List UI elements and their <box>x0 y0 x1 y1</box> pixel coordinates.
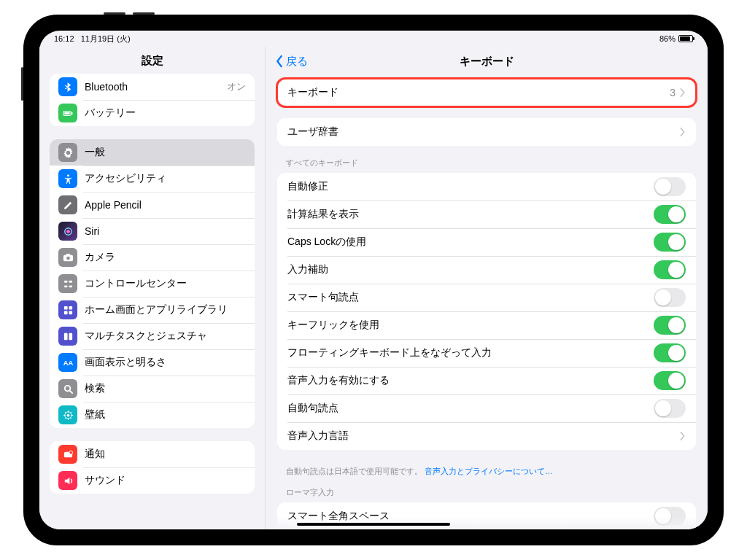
detail-title: キーボード <box>266 55 708 69</box>
sidebar-item-label: Siri <box>85 225 246 237</box>
gear-icon <box>58 143 77 162</box>
toggle-switch[interactable] <box>654 233 686 252</box>
svg-text:AA: AA <box>63 359 73 367</box>
chevron-right-icon <box>680 88 686 97</box>
sidebar-item-label: 一般 <box>85 146 246 159</box>
userdict-row[interactable]: ユーザ辞書 <box>277 118 696 146</box>
all-keyboards-header: すべてのキーボード <box>277 158 696 173</box>
sidebar-item-pencil[interactable]: Apple Pencil <box>50 192 255 218</box>
smart-fullwidth-space-label: スマート全角スペース <box>287 510 654 523</box>
sidebar-item-label: ホーム画面とアプリライブラリ <box>85 303 246 316</box>
back-button[interactable]: 戻る <box>274 55 308 69</box>
volume-down-button[interactable] <box>133 12 155 15</box>
svg-rect-15 <box>63 311 67 314</box>
sidebar-item-home[interactable]: ホーム画面とアプリライブラリ <box>50 297 255 323</box>
toggle-row[interactable]: スマート句読点 <box>277 284 696 311</box>
sidebar-item-label: バッテリー <box>85 106 246 120</box>
home-icon <box>58 300 77 319</box>
sidebar-item-label: 通知 <box>85 448 246 461</box>
sidebar-item-wallpaper[interactable]: 壁紙 <box>50 402 255 428</box>
sidebar-item-label: コントロールセンター <box>85 277 246 290</box>
toggle-row[interactable]: 音声入力を有効にする <box>277 367 696 394</box>
sidebar-item-bluetooth[interactable]: Bluetoothオン <box>50 74 255 100</box>
battery-percent: 86% <box>659 34 676 43</box>
toggle-label: フローティングキーボード上をなぞって入力 <box>287 346 654 359</box>
toggle-label: キーフリックを使用 <box>287 319 654 332</box>
toggle-switch[interactable] <box>654 288 686 307</box>
detail-pane: 戻る キーボード キーボード 3 ユーザ辞書 <box>266 47 708 529</box>
sidebar-scroll[interactable]: Bluetoothオンバッテリー一般アクセシビリティApple PencilSi… <box>39 74 265 529</box>
dictation-language-row[interactable]: 音声入力言語 <box>277 422 696 450</box>
privacy-link[interactable]: 音声入力とプライバシーについて… <box>425 467 553 475</box>
toggle-switch[interactable] <box>654 399 686 418</box>
svg-rect-2 <box>64 112 70 114</box>
volume-up-button[interactable] <box>104 12 125 15</box>
toggle-label: 計算結果を表示 <box>287 208 654 221</box>
sidebar-item-multitask[interactable]: マルチタスクとジェスチャ <box>50 323 255 349</box>
sidebar-group: Bluetoothオンバッテリー <box>50 74 255 126</box>
sidebar-item-label: アクセシビリティ <box>85 172 246 185</box>
power-button[interactable] <box>21 67 23 101</box>
sidebar-title: 設定 <box>39 47 265 74</box>
detail-navbar: 戻る キーボード <box>266 47 708 76</box>
sidebar-item-notif[interactable]: 通知 <box>50 441 255 467</box>
smart-fullwidth-space-toggle[interactable] <box>654 507 686 526</box>
footer-text: 自動句読点は日本語で使用可能です。 <box>286 467 422 475</box>
detail-scroll[interactable]: キーボード 3 ユーザ辞書 すべてのキーボード 自動修正計算結果を表示Caps … <box>266 76 708 529</box>
toggle-row[interactable]: 自動修正 <box>277 173 696 201</box>
svg-rect-18 <box>69 332 72 339</box>
sidebar-group: 一般アクセシビリティApple PencilSiriカメラコントロールセンターホ… <box>50 139 255 428</box>
sidebar-item-sound[interactable]: サウンド <box>50 467 255 494</box>
svg-point-22 <box>66 413 69 416</box>
toggle-label: 入力補助 <box>287 263 654 276</box>
toggle-switch[interactable] <box>654 343 686 362</box>
access-icon <box>58 169 77 188</box>
sidebar-item-label: Bluetooth <box>85 81 227 93</box>
sidebar-item-control[interactable]: コントロールセンター <box>50 271 255 297</box>
control-icon <box>58 274 77 293</box>
sidebar-item-label: サウンド <box>85 474 246 487</box>
sidebar-item-label: 検索 <box>85 382 246 395</box>
siri-icon <box>58 222 77 241</box>
sidebar-item-gear[interactable]: 一般 <box>50 139 255 166</box>
dictation-language-label: 音声入力言語 <box>287 429 680 443</box>
keyboards-row[interactable]: キーボード 3 <box>277 79 696 106</box>
sidebar-item-battery[interactable]: バッテリー <box>50 100 255 126</box>
toggle-row[interactable]: フローティングキーボード上をなぞって入力 <box>277 339 696 367</box>
toggle-switch[interactable] <box>654 316 686 335</box>
sidebar-item-siri[interactable]: Siri <box>50 218 255 244</box>
svg-rect-8 <box>66 253 70 255</box>
sidebar-item-access[interactable]: アクセシビリティ <box>50 166 255 192</box>
svg-point-5 <box>66 230 70 233</box>
home-indicator[interactable] <box>297 523 450 526</box>
sidebar-group: 通知サウンド <box>50 441 255 494</box>
toggle-switch[interactable] <box>654 371 686 390</box>
display-icon: AA <box>58 353 77 372</box>
svg-rect-16 <box>69 311 72 314</box>
sidebar-item-label: 壁紙 <box>85 408 246 421</box>
toggle-switch[interactable] <box>654 260 686 279</box>
sidebar-item-display[interactable]: AA画面表示と明るさ <box>50 349 255 376</box>
all-keyboards-group: 自動修正計算結果を表示Caps Lockの使用入力補助スマート句読点キーフリック… <box>277 173 696 450</box>
svg-rect-13 <box>63 306 67 309</box>
userdict-label: ユーザ辞書 <box>287 125 680 139</box>
toggle-row[interactable]: Caps Lockの使用 <box>277 228 696 256</box>
dictation-footer: 自動句読点は日本語で使用可能です。 音声入力とプライバシーについて… <box>277 462 696 487</box>
toggle-row[interactable]: キーフリックを使用 <box>277 311 696 339</box>
camera-icon <box>58 248 77 267</box>
sidebar-item-search[interactable]: 検索 <box>50 376 255 402</box>
svg-rect-17 <box>63 332 67 339</box>
chevron-right-icon <box>680 128 686 136</box>
search-icon <box>58 379 77 398</box>
svg-rect-14 <box>69 306 72 309</box>
toggle-label: 自動句読点 <box>287 402 654 415</box>
toggle-switch[interactable] <box>654 177 686 196</box>
toggle-row[interactable]: 計算結果を表示 <box>277 201 696 228</box>
toggle-row[interactable]: 自動句読点 <box>277 394 696 422</box>
sidebar-item-label: Apple Pencil <box>85 199 246 211</box>
toggle-row[interactable]: 入力補助 <box>277 256 696 284</box>
toggle-switch[interactable] <box>654 205 686 224</box>
sidebar-item-label: 画面表示と明るさ <box>85 356 246 369</box>
svg-rect-11 <box>63 285 67 287</box>
sidebar-item-camera[interactable]: カメラ <box>50 244 255 271</box>
